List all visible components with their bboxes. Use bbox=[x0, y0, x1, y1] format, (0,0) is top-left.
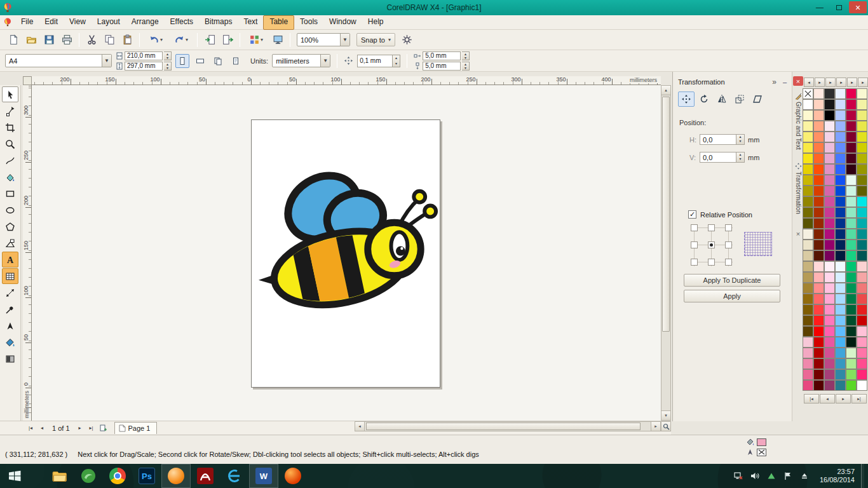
color-swatch[interactable] bbox=[857, 240, 867, 250]
color-swatch[interactable] bbox=[803, 261, 813, 272]
color-swatch[interactable] bbox=[835, 326, 846, 337]
h-position-field[interactable]: 0,0 bbox=[700, 134, 736, 145]
taskbar-file-explorer[interactable] bbox=[44, 464, 74, 488]
color-swatch[interactable] bbox=[857, 110, 867, 121]
vertical-scroll-thumb[interactable] bbox=[662, 97, 670, 332]
menu-layout[interactable]: Layout bbox=[92, 15, 126, 30]
new-document-button[interactable] bbox=[5, 32, 22, 48]
color-swatch[interactable] bbox=[813, 196, 824, 207]
safely-remove-icon[interactable] bbox=[766, 471, 776, 481]
color-swatch[interactable] bbox=[813, 88, 824, 99]
color-swatch[interactable] bbox=[835, 283, 846, 294]
color-swatch[interactable] bbox=[824, 88, 835, 99]
palette-scroll-right-button[interactable]: ▸ bbox=[847, 78, 857, 87]
color-swatch[interactable] bbox=[835, 175, 846, 186]
color-swatch[interactable] bbox=[824, 153, 835, 164]
color-swatch[interactable] bbox=[803, 229, 813, 240]
horizontal-scroll-thumb[interactable] bbox=[366, 423, 641, 430]
color-swatch[interactable] bbox=[824, 164, 835, 175]
nudge-spinner[interactable]: ▴▾ bbox=[393, 55, 400, 67]
save-button[interactable] bbox=[41, 32, 57, 48]
color-swatch[interactable] bbox=[813, 164, 824, 175]
color-swatch[interactable] bbox=[824, 240, 835, 250]
action-center-flag-icon[interactable] bbox=[783, 471, 793, 481]
color-swatch[interactable] bbox=[803, 153, 813, 164]
color-swatch[interactable] bbox=[824, 283, 835, 294]
export-button[interactable] bbox=[219, 32, 236, 48]
pick-tool[interactable] bbox=[2, 86, 18, 102]
chevron-down-icon[interactable]: ▾ bbox=[388, 37, 391, 43]
interactive-fill-tool[interactable] bbox=[2, 351, 18, 367]
color-swatch[interactable] bbox=[813, 283, 824, 294]
color-swatch[interactable] bbox=[824, 337, 835, 348]
shape-tool[interactable] bbox=[2, 103, 18, 119]
color-swatch[interactable] bbox=[846, 121, 857, 132]
color-swatch[interactable] bbox=[846, 153, 857, 164]
menu-effects[interactable]: Effects bbox=[165, 15, 199, 30]
color-swatch[interactable] bbox=[824, 348, 835, 358]
open-button[interactable] bbox=[23, 32, 39, 48]
color-swatch[interactable] bbox=[803, 294, 813, 304]
color-swatch[interactable] bbox=[857, 294, 867, 304]
palette-next-button[interactable]: ▸ bbox=[836, 394, 851, 403]
color-swatch[interactable] bbox=[835, 88, 846, 99]
color-swatch[interactable] bbox=[824, 304, 835, 315]
color-swatch[interactable] bbox=[813, 272, 824, 283]
smart-fill-tool[interactable] bbox=[2, 169, 18, 185]
color-swatch[interactable] bbox=[803, 196, 813, 207]
color-swatch[interactable] bbox=[813, 142, 824, 153]
color-swatch[interactable] bbox=[857, 358, 867, 369]
eyedropper-tool[interactable] bbox=[2, 301, 18, 317]
color-swatch[interactable] bbox=[846, 110, 857, 121]
minimize-button[interactable]: — bbox=[811, 1, 829, 13]
tab-close-icon[interactable]: × bbox=[794, 229, 803, 238]
paper-height-field[interactable]: 297,0 mm bbox=[125, 62, 163, 71]
start-button[interactable] bbox=[0, 464, 29, 488]
color-swatch[interactable] bbox=[813, 315, 824, 326]
v-position-field[interactable]: 0,0 bbox=[700, 152, 736, 163]
paper-width-spinner[interactable]: ▴▾ bbox=[164, 51, 172, 60]
color-swatch[interactable] bbox=[857, 337, 867, 348]
rectangle-tool[interactable] bbox=[2, 186, 18, 201]
color-swatch[interactable] bbox=[813, 358, 824, 369]
landscape-button[interactable] bbox=[193, 54, 207, 68]
duplicate-y-spinner[interactable]: ▴▾ bbox=[462, 62, 470, 71]
color-swatch[interactable] bbox=[835, 240, 846, 250]
taskbar-acrobat[interactable] bbox=[191, 464, 220, 488]
copy-button[interactable] bbox=[101, 32, 118, 48]
color-swatch[interactable] bbox=[824, 218, 835, 229]
color-swatch[interactable] bbox=[857, 88, 867, 99]
dimension-tool[interactable] bbox=[2, 285, 18, 301]
color-swatch[interactable] bbox=[846, 196, 857, 207]
chevron-down-icon[interactable]: ▼ bbox=[320, 55, 330, 67]
color-swatch[interactable] bbox=[835, 164, 846, 175]
color-swatch[interactable] bbox=[824, 358, 835, 369]
color-swatch[interactable] bbox=[857, 132, 867, 142]
color-swatch[interactable] bbox=[846, 186, 857, 196]
color-swatch[interactable] bbox=[813, 250, 824, 261]
duplicate-x-spinner[interactable]: ▴▾ bbox=[462, 51, 470, 60]
taskbar-chrome[interactable] bbox=[103, 464, 132, 488]
ruler-origin[interactable] bbox=[23, 76, 32, 85]
v-position-spinner[interactable]: ▴▾ bbox=[736, 152, 745, 163]
color-swatch[interactable] bbox=[846, 315, 857, 326]
color-swatch[interactable] bbox=[857, 326, 867, 337]
color-swatch[interactable] bbox=[846, 207, 857, 218]
color-swatch[interactable] bbox=[857, 218, 867, 229]
color-swatch[interactable] bbox=[857, 186, 867, 196]
color-swatch[interactable] bbox=[813, 294, 824, 304]
color-swatch[interactable] bbox=[846, 175, 857, 186]
color-swatch[interactable] bbox=[857, 380, 867, 391]
color-swatch[interactable] bbox=[857, 196, 867, 207]
color-swatch[interactable] bbox=[824, 121, 835, 132]
paper-width-field[interactable]: 210,0 mm bbox=[125, 51, 163, 60]
color-swatch[interactable] bbox=[835, 304, 846, 315]
page-tab[interactable]: Page 1 bbox=[114, 422, 158, 434]
color-swatch[interactable] bbox=[835, 358, 846, 369]
bee-antenna-tip[interactable] bbox=[424, 206, 436, 217]
menu-tools[interactable]: Tools bbox=[294, 15, 323, 30]
color-swatch[interactable] bbox=[803, 207, 813, 218]
color-swatch[interactable] bbox=[857, 229, 867, 240]
drawing-canvas[interactable] bbox=[32, 85, 661, 421]
color-swatch[interactable] bbox=[846, 132, 857, 142]
